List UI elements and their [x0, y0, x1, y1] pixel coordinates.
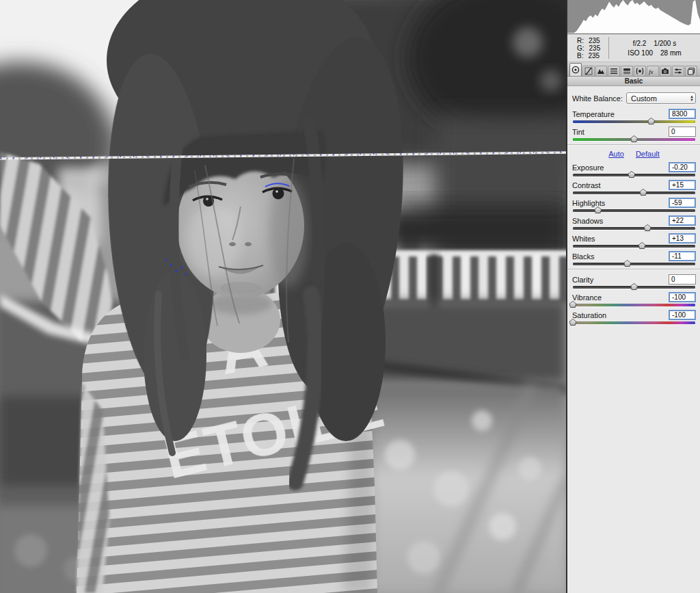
saturation-slider-track[interactable] — [573, 321, 695, 324]
hsl-lines-icon — [610, 67, 618, 75]
blacks-slider-track[interactable] — [573, 263, 695, 265]
tab-snapshots[interactable] — [685, 66, 697, 76]
tab-basic[interactable] — [569, 63, 582, 76]
highlights-input[interactable] — [669, 198, 696, 208]
aperture-value: f/2.2 — [633, 40, 646, 47]
svg-text:fx: fx — [649, 68, 654, 75]
slider-tint: Tint — [572, 127, 696, 141]
tint-label: Tint — [572, 128, 584, 136]
slider-shadows: Shadows — [572, 215, 696, 230]
white-balance-value: Custom — [631, 94, 690, 103]
exif-readout: f/2.2 1/200 s ISO 100 28 mm — [609, 40, 700, 57]
tab-detail[interactable] — [595, 66, 608, 76]
camera-raw-window: A ÉTOILE — [0, 0, 700, 593]
slider-saturation: Saturation — [572, 310, 696, 324]
r-label: R: — [577, 37, 584, 44]
temperature-label: Temperature — [572, 110, 615, 118]
exposure-slider-track[interactable] — [573, 174, 695, 176]
tab-effects[interactable]: fx — [647, 66, 659, 76]
g-value: 235 — [589, 44, 601, 52]
section-title: Basic — [567, 77, 700, 86]
saturation-label: Saturation — [572, 311, 606, 319]
photo-canvas: A ÉTOILE — [0, 0, 566, 593]
shadows-input[interactable] — [669, 215, 696, 226]
slider-blacks: Blacks — [572, 251, 696, 265]
tint-slider-track[interactable] — [573, 138, 695, 141]
tab-split-toning[interactable] — [621, 66, 633, 76]
slider-highlights: Highlights — [572, 198, 696, 212]
lens-icon — [636, 67, 644, 75]
slider-temperature: Temperature — [572, 109, 696, 123]
default-link[interactable]: Default — [636, 150, 660, 158]
rgb-readout: R:235 G:235 B:235 — [567, 37, 608, 60]
b-value: 235 — [588, 52, 600, 60]
whites-slider-track[interactable] — [573, 245, 695, 248]
exposure-input[interactable] — [669, 162, 696, 172]
contrast-slider-track[interactable] — [573, 192, 695, 194]
group-divider — [567, 144, 700, 146]
saturation-input[interactable] — [669, 310, 696, 320]
tone-curve-icon — [584, 67, 593, 75]
panel-tab-bar: fx — [567, 62, 700, 77]
tab-presets[interactable] — [672, 66, 684, 76]
r-value: 235 — [589, 37, 600, 44]
auto-link[interactable]: Auto — [608, 150, 624, 158]
vibrance-slider-track[interactable] — [573, 304, 695, 306]
contrast-label: Contrast — [572, 181, 601, 189]
basic-panel-content: White Balance: Custom ▲▼ Temperature Tin… — [567, 86, 700, 324]
clarity-input[interactable] — [669, 274, 696, 285]
tab-camera-calibration[interactable] — [660, 66, 672, 76]
adjustments-panel: R:235 G:235 B:235 f/2.2 1/200 s ISO 100 … — [566, 0, 700, 593]
snapshots-icon — [687, 67, 695, 75]
white-balance-label: White Balance: — [572, 94, 623, 103]
highlights-slider-track[interactable] — [573, 209, 695, 212]
presets-sliders-icon — [674, 67, 682, 75]
photo-preview[interactable]: A ÉTOILE — [0, 0, 566, 593]
tab-lens-corrections[interactable] — [634, 66, 646, 76]
sharpen-triangles-icon — [597, 67, 605, 75]
iso-value: ISO 100 — [628, 49, 653, 57]
highlights-label: Highlights — [572, 199, 605, 207]
clarity-slider-track[interactable] — [573, 286, 695, 289]
g-label: G: — [577, 44, 584, 52]
white-balance-select[interactable]: Custom ▲▼ — [626, 92, 696, 104]
exposure-label: Exposure — [572, 163, 604, 172]
histogram — [567, 0, 700, 34]
focal-length-value: 28 mm — [660, 49, 682, 57]
blacks-input[interactable] — [669, 251, 696, 261]
camera-icon — [661, 67, 669, 75]
slider-contrast: Contrast — [572, 180, 696, 194]
tint-input[interactable] — [669, 127, 696, 137]
shutter-value: 1/200 s — [654, 40, 676, 47]
whites-label: Whites — [572, 235, 595, 243]
group-divider — [567, 269, 700, 270]
blacks-label: Blacks — [572, 252, 594, 261]
clarity-label: Clarity — [572, 276, 593, 284]
slider-clarity: Clarity — [572, 274, 696, 289]
shadows-label: Shadows — [572, 217, 603, 225]
tab-hsl-grayscale[interactable] — [608, 66, 620, 76]
slider-exposure: Exposure — [572, 162, 696, 176]
tab-tone-curve[interactable] — [582, 66, 595, 76]
exposure-info-bar: R:235 G:235 B:235 f/2.2 1/200 s ISO 100 … — [567, 34, 700, 62]
contrast-input[interactable] — [669, 180, 696, 190]
fx-icon: fx — [648, 67, 657, 75]
stepper-arrows-icon: ▲▼ — [690, 95, 694, 101]
b-label: B: — [577, 52, 583, 60]
vibrance-input[interactable] — [669, 292, 696, 302]
slider-vibrance: Vibrance — [572, 292, 696, 306]
slider-whites: Whites — [572, 233, 696, 248]
temperature-input[interactable] — [669, 109, 696, 119]
shadows-slider-track[interactable] — [573, 227, 695, 230]
aperture-icon — [571, 66, 580, 74]
vibrance-label: Vibrance — [572, 293, 602, 302]
temperature-slider-track[interactable] — [573, 120, 695, 123]
whites-input[interactable] — [669, 233, 696, 243]
split-toning-icon — [623, 67, 631, 75]
